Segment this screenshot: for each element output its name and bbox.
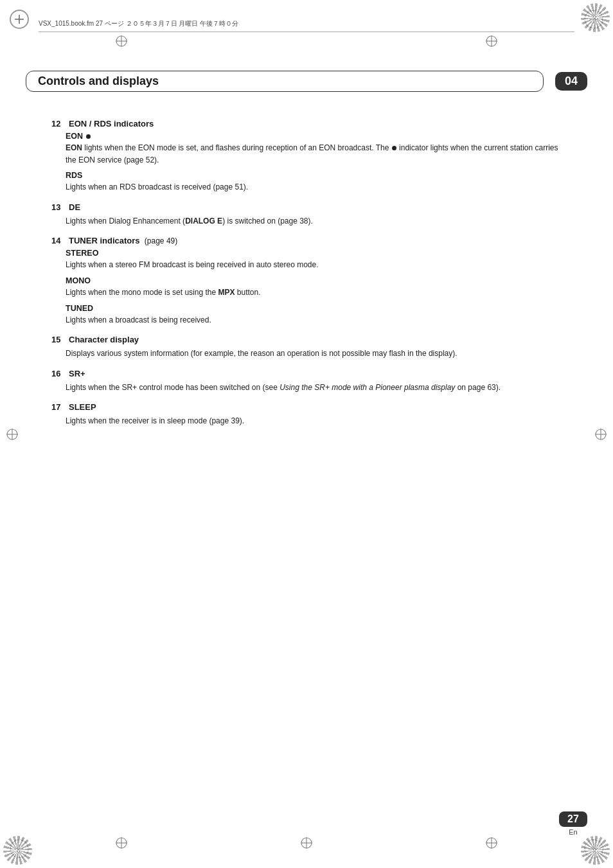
decorative-circle-br: [581, 836, 610, 865]
section-12-num: 12: [51, 119, 66, 128]
subsection-mono: MONO Lights when the mono mode is set us…: [51, 276, 562, 299]
top-reg-left: [116, 35, 127, 47]
section-17-body: Lights when the receiver is in sleep mod…: [51, 415, 562, 427]
main-content: 12 EON / RDS indicators EON EON lights w…: [51, 119, 562, 436]
section-14-pageref: (page 49): [143, 236, 178, 245]
section-13-header: 13 DE: [51, 202, 562, 212]
subsection-eon: EON EON lights when the EON mode is set,…: [51, 132, 562, 166]
subsection-mono-title: MONO: [66, 276, 562, 285]
bottom-reg-left: [116, 837, 127, 849]
section-15-header: 15 Character display: [51, 335, 562, 344]
section-15-body: Displays various system information (for…: [51, 348, 562, 360]
subsection-tuned-body: Lights when a broadcast is being receive…: [66, 314, 562, 326]
section-13-title: DE: [69, 202, 80, 212]
chapter-badge: 04: [555, 72, 587, 91]
section-14-num: 14: [51, 236, 66, 245]
section-15-num: 15: [51, 335, 66, 344]
side-reg-left: [6, 429, 18, 440]
subsection-stereo: STEREO Lights when a stereo FM broadcast…: [51, 249, 562, 271]
bottom-reg-center: [301, 837, 312, 849]
section-15-title: Character display: [69, 335, 139, 344]
section-17-header: 17 SLEEP: [51, 402, 562, 412]
section-15: 15 Character display Displays various sy…: [51, 335, 562, 360]
file-info-bar: VSX_1015.book.fm 27 ページ ２０５年３月７日 月曜日 午後７…: [39, 18, 574, 32]
top-reg-right: [486, 35, 497, 47]
section-16-title: SR+: [69, 369, 85, 378]
file-info-text: VSX_1015.book.fm 27 ページ ２０５年３月７日 月曜日 午後７…: [39, 19, 238, 28]
header: Controls and displays 04: [26, 71, 587, 92]
subsection-stereo-body: Lights when a stereo FM broadcast is bei…: [66, 259, 562, 271]
section-14-header: 14 TUNER indicators (page 49): [51, 236, 562, 245]
section-12-title: EON / RDS indicators: [69, 119, 154, 128]
section-17: 17 SLEEP Lights when the receiver is in …: [51, 402, 562, 427]
section-17-title: SLEEP: [69, 402, 96, 412]
subsection-rds-body: Lights when an RDS broadcast is received…: [66, 181, 562, 193]
subsection-tuned-title: TUNED: [66, 304, 562, 313]
section-16-body: Lights when the SR+ control mode has bee…: [51, 382, 562, 394]
page-number-badge: 27: [559, 811, 587, 827]
section-14: 14 TUNER indicators (page 49) STEREO Lig…: [51, 236, 562, 326]
bottom-reg-right: [486, 837, 497, 849]
section-12: 12 EON / RDS indicators EON EON lights w…: [51, 119, 562, 193]
corner-mark-tl: [6, 6, 32, 32]
eon-dot-inline: [392, 146, 396, 150]
subsection-stereo-title: STEREO: [66, 249, 562, 258]
section-16: 16 SR+ Lights when the SR+ control mode …: [51, 369, 562, 394]
section-13-body: Lights when Dialog Enhancement (DIALOG E…: [51, 215, 562, 227]
section-14-title: TUNER indicators: [69, 236, 140, 245]
side-reg-right: [595, 429, 607, 440]
section-16-num: 16: [51, 369, 66, 378]
section-12-header: 12 EON / RDS indicators: [51, 119, 562, 128]
section-17-num: 17: [51, 402, 66, 412]
page-number-area: 27 En: [559, 811, 587, 836]
page-lang: En: [569, 828, 577, 836]
section-13-num: 13: [51, 202, 66, 212]
eon-dot: [86, 134, 91, 139]
subsection-eon-body: EON lights when the EON mode is set, and…: [66, 142, 562, 166]
subsection-rds-title: RDS: [66, 171, 562, 180]
page-title: Controls and displays: [38, 75, 159, 88]
decorative-circle-bl: [3, 836, 32, 865]
header-title-box: Controls and displays: [26, 71, 544, 92]
section-13: 13 DE Lights when Dialog Enhancement (DI…: [51, 202, 562, 227]
subsection-rds: RDS Lights when an RDS broadcast is rece…: [51, 171, 562, 193]
section-16-header: 16 SR+: [51, 369, 562, 378]
subsection-tuned: TUNED Lights when a broadcast is being r…: [51, 304, 562, 326]
subsection-mono-body: Lights when the mono mode is set using t…: [66, 287, 562, 299]
decorative-circle-tr: [581, 3, 610, 32]
subsection-eon-title: EON: [66, 132, 562, 141]
